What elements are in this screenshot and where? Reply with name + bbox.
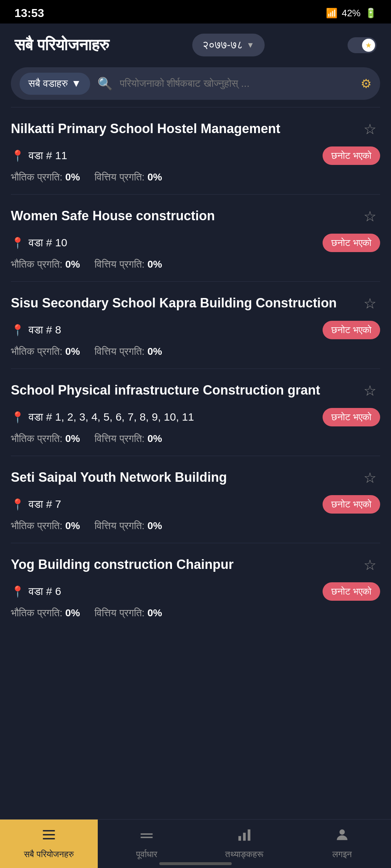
- star-button[interactable]: ☆: [360, 293, 380, 314]
- search-icon: 🔍: [97, 76, 113, 91]
- progress-row: भौतिक प्रगति: 0% वित्तिय प्रगति: 0%: [11, 259, 380, 271]
- project-title-row: Sisu Secondary School Kapra Building Con…: [11, 295, 380, 314]
- project-ward-row: 📍 वडा # 10 छनोट भएको: [11, 234, 380, 252]
- battery-icon: 🔋: [365, 8, 377, 19]
- project-title: Nilkatti Primary School Hostel Managemen…: [11, 120, 360, 137]
- project-list: Nilkatti Primary School Hostel Managemen…: [0, 107, 391, 630]
- status-time: 13:53: [14, 7, 44, 20]
- svg-point-8: [340, 829, 345, 835]
- location-icon: 📍: [11, 149, 24, 162]
- login-icon: [334, 827, 350, 846]
- status-badge: छनोट भएको: [323, 146, 380, 165]
- project-ward-row: 📍 वडा # 11 छनोट भएको: [11, 146, 380, 165]
- financial-progress-label: वित्तिय प्रगति: 0%: [94, 171, 162, 183]
- bottom-nav: सबै परियोजनहरु पूर्वाधार तथ्याङ्कहरू लगइ…: [0, 819, 391, 868]
- nav-item-infrastructure[interactable]: पूर्वाधार: [98, 820, 196, 868]
- star-button[interactable]: ☆: [360, 555, 380, 575]
- physical-progress-label: भौतिक प्रगति: 0%: [11, 607, 80, 619]
- ward-info: 📍 वडा # 1, 2, 3, 4, 5, 6, 7, 8, 9, 10, 1…: [11, 411, 194, 424]
- project-ward-row: 📍 वडा # 1, 2, 3, 4, 5, 6, 7, 8, 9, 10, 1…: [11, 408, 380, 426]
- star-button[interactable]: ☆: [360, 206, 380, 226]
- project-title-row: Women Safe House construction ☆: [11, 208, 380, 226]
- project-title-row: Yog Building construction Chainpur ☆: [11, 556, 380, 575]
- star-button[interactable]: ☆: [360, 119, 380, 139]
- progress-row: भौतिक प्रगति: 0% वित्तिय प्रगति: 0%: [11, 346, 380, 358]
- status-badge: छनोट भएको: [323, 234, 380, 252]
- list-item[interactable]: Nilkatti Primary School Hostel Managemen…: [11, 107, 380, 194]
- star-icon: ★: [362, 39, 375, 52]
- project-title-row: Seti Saipal Youth Network Building ☆: [11, 469, 380, 488]
- status-bar: 13:53 📶 42% 🔋: [0, 0, 391, 24]
- svg-rect-4: [141, 837, 153, 838]
- star-toggle[interactable]: ★: [348, 37, 377, 53]
- project-title: Sisu Secondary School Kapra Building Con…: [11, 295, 360, 312]
- nav-item-statistics[interactable]: तथ्याङ्कहरू: [196, 820, 293, 868]
- svg-rect-1: [43, 834, 55, 835]
- physical-progress-label: भौतिक प्रगति: 0%: [11, 346, 80, 358]
- status-badge: छनोट भएको: [323, 582, 380, 601]
- nav-item-all-projects[interactable]: सबै परियोजनहरु: [0, 820, 98, 868]
- ward-info: 📍 वडा # 8: [11, 324, 61, 336]
- ward-chevron-icon: ▼: [71, 78, 81, 89]
- project-title: Women Safe House construction: [11, 208, 360, 225]
- project-title: School Physical infrastructure Construct…: [11, 382, 360, 399]
- project-title: Seti Saipal Youth Network Building: [11, 469, 360, 486]
- search-bar: सबै वडाहरु ▼ 🔍 ⚙: [11, 67, 380, 100]
- svg-rect-2: [43, 838, 55, 839]
- project-ward-row: 📍 वडा # 8 छनोट भएको: [11, 321, 380, 339]
- wifi-icon: 📶: [326, 8, 337, 19]
- physical-progress-label: भौतिक प्रगति: 0%: [11, 171, 80, 183]
- project-title-row: Nilkatti Primary School Hostel Managemen…: [11, 120, 380, 139]
- progress-row: भौतिक प्रगति: 0% वित्तिय प्रगति: 0%: [11, 607, 380, 619]
- statistics-label: तथ्याङ्कहरू: [225, 849, 264, 859]
- ward-info: 📍 वडा # 7: [11, 498, 61, 511]
- header: सबै परियोजनाहरु २०७७-७८ ▼ ★: [0, 24, 391, 64]
- physical-progress-label: भौतिक प्रगति: 0%: [11, 433, 80, 445]
- all-projects-label: सबै परियोजनहरु: [24, 849, 74, 859]
- financial-progress-label: वित्तिय प्रगति: 0%: [94, 346, 162, 358]
- nav-item-login[interactable]: लगइन: [293, 820, 391, 868]
- financial-progress-label: वित्तिय प्रगति: 0%: [94, 607, 162, 619]
- list-item[interactable]: Seti Saipal Youth Network Building ☆ 📍 व…: [11, 456, 380, 543]
- year-selector[interactable]: २०७७-७८ ▼: [192, 34, 265, 56]
- svg-rect-6: [243, 833, 245, 841]
- location-icon: 📍: [11, 324, 24, 336]
- ward-selector[interactable]: सबै वडाहरु ▼: [20, 73, 90, 95]
- ward-selector-label: सबै वडाहरु: [28, 78, 68, 90]
- svg-rect-7: [248, 829, 250, 841]
- physical-progress-label: भौतिक प्रगति: 0%: [11, 520, 80, 532]
- home-indicator: [159, 862, 232, 865]
- year-label: २०७७-७८: [202, 39, 243, 51]
- list-item[interactable]: School Physical infrastructure Construct…: [11, 369, 380, 456]
- list-item[interactable]: Women Safe House construction ☆ 📍 वडा # …: [11, 194, 380, 281]
- ward-label: वडा # 6: [29, 585, 61, 598]
- location-icon: 📍: [11, 585, 24, 598]
- ward-info: 📍 वडा # 11: [11, 149, 67, 162]
- chevron-down-icon: ▼: [247, 41, 255, 50]
- status-badge: छनोट भएको: [323, 321, 380, 339]
- search-icon-wrap: 🔍: [90, 76, 120, 91]
- progress-row: भौतिक प्रगति: 0% वित्तिय प्रगति: 0%: [11, 520, 380, 532]
- project-title: Yog Building construction Chainpur: [11, 556, 360, 573]
- infrastructure-label: पूर्वाधार: [136, 849, 157, 859]
- project-title-row: School Physical infrastructure Construct…: [11, 382, 380, 401]
- svg-rect-0: [43, 830, 55, 831]
- svg-rect-5: [239, 836, 241, 841]
- ward-label: वडा # 11: [29, 149, 67, 162]
- all-projects-icon: [41, 827, 57, 846]
- infrastructure-icon: [139, 827, 155, 846]
- list-item[interactable]: Sisu Secondary School Kapra Building Con…: [11, 281, 380, 369]
- ward-label: वडा # 1, 2, 3, 4, 5, 6, 7, 8, 9, 10, 11: [29, 411, 194, 424]
- progress-row: भौतिक प्रगति: 0% वित्तिय प्रगति: 0%: [11, 171, 380, 183]
- status-badge: छनोट भएको: [323, 408, 380, 426]
- location-icon: 📍: [11, 498, 24, 511]
- list-item[interactable]: Yog Building construction Chainpur ☆ 📍 व…: [11, 543, 380, 630]
- star-button[interactable]: ☆: [360, 380, 380, 401]
- star-button[interactable]: ☆: [360, 468, 380, 488]
- status-badge: छनोट भएको: [323, 495, 380, 514]
- project-ward-row: 📍 वडा # 7 छनोट भएको: [11, 495, 380, 514]
- search-input[interactable]: [120, 78, 361, 89]
- ward-info: 📍 वडा # 10: [11, 237, 67, 249]
- filter-icon[interactable]: ⚙: [361, 76, 371, 91]
- location-icon: 📍: [11, 237, 24, 249]
